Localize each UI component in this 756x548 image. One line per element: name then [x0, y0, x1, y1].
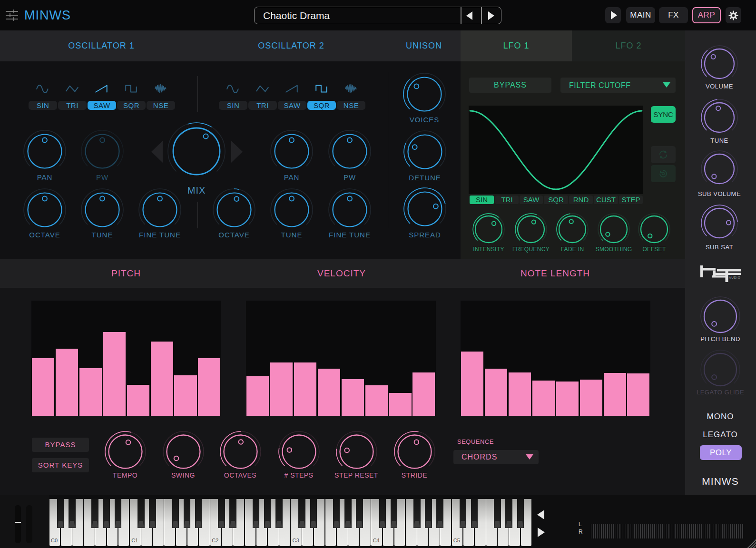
svg-text:AUDIO: AUDIO — [729, 276, 741, 279]
